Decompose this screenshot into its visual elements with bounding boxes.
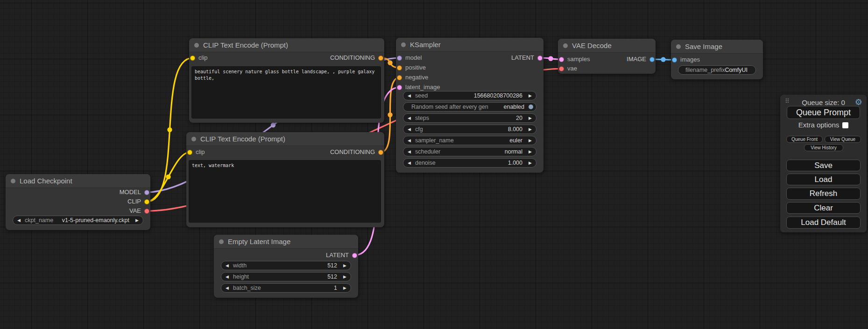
widget-seed[interactable]: ◀seed156680208700286▶: [403, 91, 536, 100]
decrement-arrow-icon[interactable]: ◀: [408, 114, 411, 122]
output-slot-label: LATENT: [511, 54, 534, 62]
widget-label: seed: [415, 91, 428, 100]
widget-height[interactable]: ◀height512▶: [221, 272, 351, 281]
node-vae-decode[interactable]: VAE DecodesamplesvaeIMAGE: [558, 39, 656, 74]
increment-arrow-icon[interactable]: ▶: [343, 284, 346, 292]
widget-sampler-name[interactable]: ◀sampler_nameeuler▶: [403, 136, 536, 145]
node-graph-canvas[interactable]: Load CheckpointMODELCLIPVAE◀ckpt_namev1-…: [0, 0, 868, 329]
collapse-dot-icon[interactable]: [219, 239, 224, 244]
input-slot-latent_image[interactable]: [397, 85, 402, 90]
save-button[interactable]: Save: [786, 160, 861, 171]
increment-arrow-icon[interactable]: ▶: [135, 216, 139, 224]
widget-random-seed-after-every-gen[interactable]: Random seed after every genenabled: [403, 102, 536, 112]
node-empty-latent[interactable]: Empty Latent ImageLATENT◀width512▶◀heigh…: [214, 235, 358, 298]
widget-batch-size[interactable]: ◀batch_size1▶: [221, 283, 351, 293]
input-slot-positive[interactable]: [397, 65, 402, 70]
widget-scheduler[interactable]: ◀schedulernormal▶: [403, 147, 536, 156]
input-slot-negative[interactable]: [397, 75, 402, 80]
increment-arrow-icon[interactable]: ▶: [529, 136, 532, 145]
view-queue-button[interactable]: View Queue: [825, 136, 861, 143]
link-midpoint-dot: [167, 127, 172, 132]
decrement-arrow-icon[interactable]: ◀: [408, 147, 411, 156]
collapse-dot-icon[interactable]: [11, 179, 15, 183]
input-slot-model[interactable]: [397, 56, 402, 61]
node-ksampler[interactable]: KSamplermodelpositivenegativelatent_imag…: [396, 38, 543, 173]
widget-width[interactable]: ◀width512▶: [221, 261, 351, 270]
widget-value: 1: [334, 284, 337, 292]
widget-value: normal: [505, 147, 522, 156]
input-slot-label: negative: [405, 74, 428, 81]
input-slot-vae[interactable]: [559, 66, 564, 71]
collapse-dot-icon[interactable]: [191, 137, 196, 141]
decrement-arrow-icon[interactable]: ◀: [408, 159, 411, 167]
node-title-bar[interactable]: CLIP Text Encode (Prompt): [189, 38, 384, 52]
node-load-checkpoint[interactable]: Load CheckpointMODELCLIPVAE◀ckpt_namev1-…: [6, 174, 150, 230]
output-slot-IMAGE[interactable]: [649, 57, 655, 62]
node-clip-encode-2[interactable]: CLIP Text Encode (Prompt)clipCONDITIONIN…: [186, 132, 384, 227]
decrement-arrow-icon[interactable]: ◀: [226, 284, 229, 292]
output-slot-LATENT[interactable]: [537, 56, 543, 61]
input-slot-label: positive: [405, 64, 426, 71]
decrement-arrow-icon[interactable]: ◀: [408, 125, 411, 133]
load-button[interactable]: Load: [786, 174, 861, 185]
queue-front-button[interactable]: Queue Front: [786, 136, 823, 143]
widget-value: v1-5-pruned-emaonly.ckpt: [62, 216, 129, 224]
widget-label: cfg: [415, 125, 423, 133]
increment-arrow-icon[interactable]: ▶: [343, 273, 346, 281]
prompt-textarea[interactable]: beautiful scenery nature glass bottle la…: [191, 66, 381, 119]
collapse-dot-icon[interactable]: [194, 43, 199, 48]
node-title-bar[interactable]: Load Checkpoint: [6, 174, 150, 188]
input-slot-images[interactable]: [672, 57, 677, 63]
decrement-arrow-icon[interactable]: ◀: [408, 91, 411, 100]
clear-button[interactable]: Clear: [786, 202, 861, 214]
load-default-button[interactable]: Load Default: [786, 217, 861, 229]
decrement-arrow-icon[interactable]: ◀: [226, 261, 229, 270]
widget-denoise[interactable]: ◀denoise1.000▶: [403, 158, 536, 168]
widget-filename-prefix[interactable]: filename_prefixComfyUI: [678, 65, 756, 75]
increment-arrow-icon[interactable]: ▶: [529, 91, 532, 100]
prompt-textarea[interactable]: text, watermark: [189, 160, 381, 223]
toggle-indicator-icon[interactable]: [529, 105, 533, 109]
refresh-button[interactable]: Refresh: [786, 188, 861, 200]
widget-value: 1.000: [508, 159, 522, 167]
input-slot-label: clip: [196, 148, 205, 156]
collapse-dot-icon[interactable]: [676, 44, 681, 49]
node-save-image[interactable]: Save Imageimagesfilename_prefixComfyUI: [671, 40, 763, 79]
node-clip-encode-1[interactable]: CLIP Text Encode (Prompt)clipCONDITIONIN…: [189, 38, 384, 123]
input-slot-clip[interactable]: [190, 56, 195, 61]
output-slot-CONDITIONING[interactable]: [378, 56, 383, 61]
input-slot-samples[interactable]: [559, 57, 564, 62]
output-slot-CLIP[interactable]: [144, 199, 149, 204]
queue-panel: ⠿ Queue size: 0 ⚙ Queue Prompt Extra opt…: [780, 95, 867, 232]
node-title-bar[interactable]: Save Image: [671, 40, 763, 54]
output-slot-LATENT[interactable]: [352, 253, 357, 258]
decrement-arrow-icon[interactable]: ◀: [226, 273, 229, 281]
node-title-bar[interactable]: KSampler: [396, 38, 543, 52]
decrement-arrow-icon[interactable]: ◀: [408, 136, 411, 145]
widget-cfg[interactable]: ◀cfg8.000▶: [403, 125, 536, 134]
queue-prompt-button[interactable]: Queue Prompt: [787, 106, 860, 119]
output-slot-VAE[interactable]: [144, 209, 149, 214]
widget-steps[interactable]: ◀steps20▶: [403, 113, 536, 123]
increment-arrow-icon[interactable]: ▶: [529, 125, 532, 133]
increment-arrow-icon[interactable]: ▶: [529, 147, 532, 156]
gear-icon[interactable]: ⚙: [855, 97, 862, 107]
collapse-dot-icon[interactable]: [563, 43, 568, 48]
decrement-arrow-icon[interactable]: ◀: [17, 216, 21, 224]
node-title-bar[interactable]: VAE Decode: [558, 39, 656, 53]
output-slot-CONDITIONING[interactable]: [378, 150, 383, 155]
output-slot-MODEL[interactable]: [144, 190, 149, 195]
increment-arrow-icon[interactable]: ▶: [529, 114, 532, 122]
view-history-button[interactable]: View History: [804, 144, 843, 151]
increment-arrow-icon[interactable]: ▶: [343, 261, 346, 270]
node-title-bar[interactable]: CLIP Text Encode (Prompt): [186, 132, 384, 146]
collapse-dot-icon[interactable]: [401, 42, 406, 47]
widget-value: 512: [327, 261, 337, 270]
widget-value: 512: [327, 273, 337, 281]
widget-ckpt-name[interactable]: ◀ckpt_namev1-5-pruned-emaonly.ckpt▶: [13, 216, 143, 225]
input-slot-label: images: [680, 56, 700, 63]
input-slot-clip[interactable]: [187, 150, 192, 155]
increment-arrow-icon[interactable]: ▶: [529, 159, 532, 167]
node-title-bar[interactable]: Empty Latent Image: [214, 235, 358, 249]
extra-options-checkbox[interactable]: [842, 122, 848, 128]
